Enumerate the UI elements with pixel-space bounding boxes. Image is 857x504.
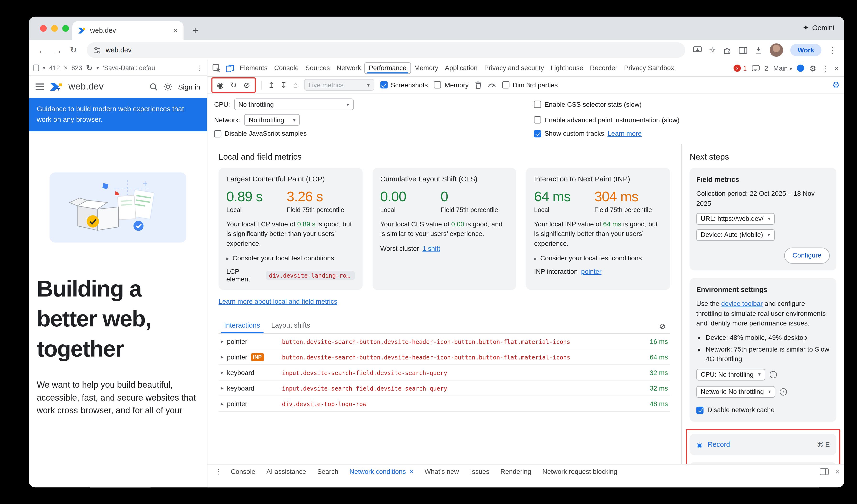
- tab-performance[interactable]: Performance: [364, 62, 411, 74]
- interaction-target[interactable]: button.devsite-search-button.devsite-hea…: [282, 354, 632, 360]
- tab-layout-shifts[interactable]: Layout shifts: [266, 318, 316, 333]
- drawer-tab-console[interactable]: Console: [225, 464, 261, 478]
- chevron-down-icon[interactable]: ▾: [43, 65, 46, 70]
- browser-tab[interactable]: web.dev ×: [72, 21, 184, 40]
- interaction-target[interactable]: input.devsite-search-field.devsite-searc…: [282, 369, 632, 376]
- record-icon[interactable]: ◉: [217, 81, 224, 89]
- sign-in-link[interactable]: Sign in: [178, 83, 200, 91]
- profile-dot-icon[interactable]: [797, 65, 804, 72]
- lcp-element-chip[interactable]: div.devsite-landing-row-ite…: [266, 271, 355, 280]
- device-toolbar-toggle-icon[interactable]: [223, 62, 236, 75]
- split-panel-icon[interactable]: [820, 468, 828, 475]
- error-icon[interactable]: ×: [734, 65, 741, 72]
- drawer-tab-search[interactable]: Search: [312, 464, 344, 478]
- clear-interactions-icon[interactable]: ⊘: [659, 321, 670, 330]
- tab-memory[interactable]: Memory: [411, 60, 442, 77]
- tab-interactions[interactable]: Interactions: [219, 318, 266, 333]
- custom-tracks-learn-more-link[interactable]: Learn more: [607, 130, 642, 138]
- test-conditions-expander[interactable]: ▸ Consider your local test conditions: [226, 254, 355, 262]
- address-bar[interactable]: web.dev: [87, 43, 685, 58]
- error-count[interactable]: 1: [743, 65, 747, 71]
- rotate-icon[interactable]: ↻: [86, 64, 93, 71]
- clear-icon[interactable]: ⊘: [243, 81, 250, 89]
- caret-right-icon[interactable]: ▸: [221, 338, 224, 345]
- zoom-window-button[interactable]: [62, 25, 69, 32]
- caret-right-icon[interactable]: ▸: [221, 401, 224, 407]
- devtools-close-icon[interactable]: ×: [834, 64, 839, 72]
- tab-application[interactable]: Application: [442, 60, 481, 77]
- caret-right-icon[interactable]: ▸: [221, 370, 224, 376]
- drawer-tab-issues[interactable]: Issues: [465, 464, 495, 478]
- disable-js-samples-checkbox[interactable]: Disable JavaScript samples: [214, 130, 534, 138]
- env-network-select[interactable]: Network: No throttling: [696, 386, 775, 398]
- device-dimensions-icon[interactable]: [33, 64, 39, 71]
- disable-network-cache-checkbox[interactable]: Disable network cache: [696, 405, 830, 415]
- paint-instrumentation-checkbox[interactable]: Enable advanced paint instrumentation (s…: [534, 116, 838, 124]
- browser-menu-kebab-icon[interactable]: ⋮: [829, 46, 837, 54]
- record-button[interactable]: ◉ Record ⌘ E: [690, 434, 836, 455]
- viewport-width[interactable]: 412: [49, 64, 60, 71]
- show-custom-tracks-checkbox[interactable]: Show custom tracks Learn more: [534, 130, 838, 138]
- interaction-row[interactable]: ▸ pointer div.devsite-top-logo-row 48 ms: [219, 396, 670, 411]
- devtools-settings-gear-icon[interactable]: ⚙: [809, 64, 816, 72]
- back-button[interactable]: ←: [34, 43, 50, 58]
- gc-trash-icon[interactable]: [475, 81, 481, 89]
- info-icon[interactable]: i: [780, 388, 787, 396]
- tab-elements[interactable]: Elements: [236, 60, 271, 77]
- tab-privacy-security[interactable]: Privacy and security: [481, 60, 547, 77]
- bookmark-star-icon[interactable]: ☆: [709, 46, 716, 54]
- learn-more-metrics-link[interactable]: Learn more about local and field metrics: [219, 298, 337, 306]
- interaction-target[interactable]: div.devsite-top-logo-row: [282, 400, 632, 407]
- network-throttle-select[interactable]: No throttling: [244, 114, 300, 126]
- site-brand[interactable]: web.dev: [68, 81, 104, 92]
- drawer-tab-ai-assistance[interactable]: AI assistance: [261, 464, 312, 478]
- device-toolbar-link[interactable]: device toolbar: [721, 300, 763, 308]
- interaction-row[interactable]: ▸ pointer button.devsite-search-button.d…: [219, 334, 670, 349]
- drawer-tab-network-request-blocking[interactable]: Network request blocking: [537, 464, 623, 478]
- tab-close-icon[interactable]: ×: [173, 26, 178, 35]
- chevron-down-icon[interactable]: ▾: [97, 65, 99, 70]
- network-throttle-icon[interactable]: [488, 82, 496, 88]
- inp-interaction-link[interactable]: pointer: [581, 268, 602, 275]
- env-cpu-select[interactable]: CPU: No throttling: [696, 369, 765, 381]
- issues-bubble-icon[interactable]: [752, 65, 760, 71]
- interaction-row[interactable]: ▸ keyboard input.devsite-search-field.de…: [219, 365, 670, 381]
- menu-icon[interactable]: [36, 84, 44, 85]
- record-and-reload-button[interactable]: ↻ Record and reload ⌘ ⇧ E: [690, 463, 836, 464]
- extensions-icon[interactable]: [723, 46, 732, 54]
- interaction-target[interactable]: input.devsite-search-field.devsite-searc…: [282, 385, 632, 391]
- drawer-tab-network-conditions[interactable]: Network conditions×: [344, 464, 419, 478]
- interaction-row[interactable]: ▸ keyboard input.devsite-search-field.de…: [219, 381, 670, 396]
- tab-network[interactable]: Network: [333, 60, 364, 77]
- interaction-row[interactable]: ▸ pointer INP button.devsite-search-butt…: [219, 349, 670, 365]
- drawer-close-icon[interactable]: ×: [835, 468, 840, 475]
- cpu-throttle-select[interactable]: No throttling: [234, 98, 354, 110]
- field-device-select[interactable]: Device: Auto (Mobile): [696, 229, 774, 241]
- savedata-dropdown[interactable]: 'Save-Data': defau: [103, 64, 155, 71]
- tab-console[interactable]: Console: [271, 60, 302, 77]
- close-window-button[interactable]: [40, 25, 47, 32]
- tab-recorder[interactable]: Recorder: [587, 60, 621, 77]
- info-icon[interactable]: i: [770, 371, 777, 378]
- test-conditions-expander[interactable]: ▸ Consider your local test conditions: [534, 254, 662, 262]
- caret-right-icon[interactable]: ▸: [221, 385, 224, 391]
- dim-3rd-parties-checkbox[interactable]: Dim 3rd parties: [502, 81, 558, 89]
- record-reload-icon[interactable]: ↻: [230, 81, 237, 89]
- screenshots-checkbox[interactable]: Screenshots: [380, 81, 428, 89]
- issues-count[interactable]: 2: [764, 64, 768, 72]
- main-thread-select[interactable]: Main ▾: [773, 64, 792, 72]
- css-selector-stats-checkbox[interactable]: Enable CSS selector stats (slow): [534, 101, 838, 108]
- drawer-tab-rendering[interactable]: Rendering: [495, 464, 537, 478]
- tab-lighthouse[interactable]: Lighthouse: [548, 60, 587, 77]
- drawer-kebab-icon[interactable]: ⋮: [212, 468, 225, 475]
- gemini-button[interactable]: ✦ Gemini: [803, 23, 834, 32]
- device-toolbar-kebab-icon[interactable]: ⋮: [196, 64, 202, 71]
- drawer-tab-whats-new[interactable]: What’s new: [419, 464, 465, 478]
- forward-button[interactable]: →: [50, 43, 66, 58]
- new-tab-button[interactable]: +: [188, 23, 202, 38]
- side-panel-icon[interactable]: [739, 47, 747, 54]
- inspect-element-icon[interactable]: [209, 62, 223, 75]
- memory-checkbox[interactable]: Memory: [434, 81, 469, 89]
- downloads-icon[interactable]: [755, 46, 763, 54]
- caret-right-icon[interactable]: ▸: [221, 354, 224, 360]
